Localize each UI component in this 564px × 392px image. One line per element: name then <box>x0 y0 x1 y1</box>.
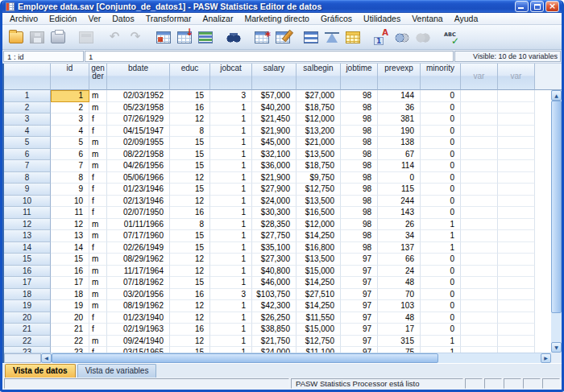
cell-jobtime-row15[interactable]: 97 <box>341 254 378 266</box>
row-header-13[interactable]: 13 <box>4 230 51 242</box>
menu-marketing-directo[interactable]: Marketing directo <box>238 13 315 24</box>
menu-ver[interactable]: Ver <box>82 13 106 24</box>
cell-id-row10[interactable]: 10 <box>51 196 89 208</box>
cell-gender-row14[interactable]: f <box>89 242 107 254</box>
cell-prevexp-row2[interactable]: 36 <box>378 102 421 114</box>
cell-minority-row4[interactable]: 0 <box>421 126 461 138</box>
cell-educ-row1[interactable]: 15 <box>170 90 210 102</box>
cell-jobcat-row18[interactable]: 3 <box>210 289 252 301</box>
cell-gender-row15[interactable]: m <box>89 254 107 266</box>
find-button[interactable] <box>223 27 244 47</box>
row-header-5[interactable]: 5 <box>4 137 51 149</box>
cell-prevexp-row17[interactable]: 48 <box>378 277 421 289</box>
cell-educ-row3[interactable]: 12 <box>170 113 210 126</box>
cell-id-row22[interactable]: 22 <box>51 336 89 348</box>
row-header-19[interactable]: 19 <box>4 300 51 312</box>
cell-var1-row18[interactable] <box>461 289 498 301</box>
cell-jobtime-row17[interactable]: 97 <box>341 277 378 289</box>
row-header-21[interactable]: 21 <box>4 324 51 336</box>
cell-bdate-row3[interactable]: 07/26/1929 <box>107 113 170 126</box>
cell-id-row20[interactable]: 20 <box>51 312 89 324</box>
cell-jobtime-row4[interactable]: 98 <box>341 126 378 138</box>
menu-ventana[interactable]: Ventana <box>406 13 449 24</box>
cell-prevexp-row5[interactable]: 138 <box>378 137 421 149</box>
row-header-4[interactable]: 4 <box>4 126 51 138</box>
cell-educ-row12[interactable]: 8 <box>170 219 210 231</box>
cell-minority-row10[interactable]: 0 <box>421 196 461 208</box>
cell-salary-row14[interactable]: $35,100 <box>252 242 297 254</box>
cell-var2-row23[interactable] <box>498 347 535 353</box>
cell-gender-row1[interactable]: m <box>89 90 107 102</box>
cell-id-row16[interactable]: 16 <box>51 266 89 278</box>
cell-educ-row6[interactable]: 15 <box>170 149 210 161</box>
cell-bdate-row8[interactable]: 05/06/1966 <box>107 172 170 184</box>
grid-corner-cell[interactable] <box>4 64 51 90</box>
cell-prevexp-row20[interactable]: 48 <box>378 312 421 324</box>
menu-ayuda[interactable]: Ayuda <box>449 13 484 24</box>
cell-jobtime-row23[interactable]: 97 <box>341 347 378 353</box>
cell-salbegin-row3[interactable]: $12,000 <box>297 113 341 126</box>
cell-jobcat-row20[interactable]: 1 <box>210 312 252 324</box>
column-header-bdate[interactable]: bdate <box>107 64 170 90</box>
cell-jobcat-row22[interactable]: 1 <box>210 336 252 348</box>
row-header-16[interactable]: 16 <box>4 266 51 278</box>
cell-salbegin-row11[interactable]: $16,500 <box>297 207 341 219</box>
cell-id-row12[interactable]: 12 <box>51 219 89 231</box>
cell-var1-row9[interactable] <box>461 184 498 196</box>
cell-bdate-row21[interactable]: 02/19/1963 <box>107 324 170 336</box>
cell-minority-row16[interactable]: 0 <box>421 266 461 278</box>
cell-var2-row1[interactable] <box>498 90 535 102</box>
cell-prevexp-row13[interactable]: 34 <box>378 230 421 242</box>
cell-salary-row20[interactable]: $26,250 <box>252 312 297 324</box>
cell-gender-row12[interactable]: m <box>89 219 107 231</box>
cell-jobcat-row16[interactable]: 1 <box>210 266 252 278</box>
cell-minority-row2[interactable]: 0 <box>421 102 461 114</box>
scroll-right-button[interactable] <box>541 353 551 363</box>
cell-salary-row4[interactable]: $21,900 <box>252 126 297 138</box>
cell-id-row14[interactable]: 14 <box>51 242 89 254</box>
cell-jobcat-row1[interactable]: 3 <box>210 90 252 102</box>
tab-vista-de-datos[interactable]: Vista de datos <box>5 364 76 378</box>
cell-salbegin-row16[interactable]: $15,000 <box>297 266 341 278</box>
cell-jobcat-row10[interactable]: 1 <box>210 196 252 208</box>
cell-gender-row9[interactable]: f <box>89 184 107 196</box>
row-header-12[interactable]: 12 <box>4 219 51 231</box>
cell-educ-row10[interactable]: 12 <box>170 196 210 208</box>
cell-jobcat-row8[interactable]: 1 <box>210 172 252 184</box>
cell-var2-row20[interactable] <box>498 312 535 324</box>
cell-salary-row9[interactable]: $27,900 <box>252 184 297 196</box>
cell-id-row4[interactable]: 4 <box>51 126 89 138</box>
cell-jobtime-row9[interactable]: 98 <box>341 184 378 196</box>
row-header-1[interactable]: 1 <box>4 90 51 102</box>
cell-var2-row12[interactable] <box>498 219 535 231</box>
cell-jobcat-row21[interactable]: 1 <box>210 324 252 336</box>
vertical-scroll-track[interactable] <box>551 101 562 342</box>
scroll-down-button[interactable] <box>551 342 562 353</box>
cell-var1-row5[interactable] <box>461 137 498 149</box>
cell-bdate-row9[interactable]: 01/23/1946 <box>107 184 170 196</box>
scroll-up-button[interactable] <box>551 90 562 101</box>
cell-var1-row6[interactable] <box>461 149 498 161</box>
cell-bdate-row11[interactable]: 02/07/1950 <box>107 207 170 219</box>
column-header-jobcat[interactable]: jobcat <box>210 64 252 90</box>
cell-salary-row23[interactable]: $24,000 <box>252 347 297 353</box>
cell-salary-row12[interactable]: $28,350 <box>252 219 297 231</box>
title-bar[interactable]: Employee data.sav [Conjunto_de_datos1] -… <box>2 0 562 13</box>
print-button[interactable] <box>48 27 68 47</box>
cell-bdate-row7[interactable]: 04/26/1956 <box>107 160 170 172</box>
cell-gender-row7[interactable]: m <box>89 160 107 172</box>
insert-variable-button[interactable] <box>272 27 293 47</box>
cell-id-row18[interactable]: 18 <box>51 289 89 301</box>
cell-jobcat-row12[interactable]: 1 <box>210 219 252 231</box>
cell-var1-row4[interactable] <box>461 126 498 138</box>
cell-minority-row7[interactable]: 0 <box>421 160 461 172</box>
cell-educ-row14[interactable]: 15 <box>170 242 210 254</box>
close-button[interactable] <box>545 1 559 12</box>
minimize-button[interactable] <box>515 1 529 12</box>
cell-jobcat-row17[interactable]: 1 <box>210 277 252 289</box>
menu-edición[interactable]: Edición <box>44 13 82 24</box>
cell-minority-row12[interactable]: 1 <box>421 219 461 231</box>
cell-jobtime-row1[interactable]: 98 <box>341 90 378 102</box>
cell-salary-row8[interactable]: $21,900 <box>252 172 297 184</box>
cell-bdate-row14[interactable]: 02/26/1949 <box>107 242 170 254</box>
